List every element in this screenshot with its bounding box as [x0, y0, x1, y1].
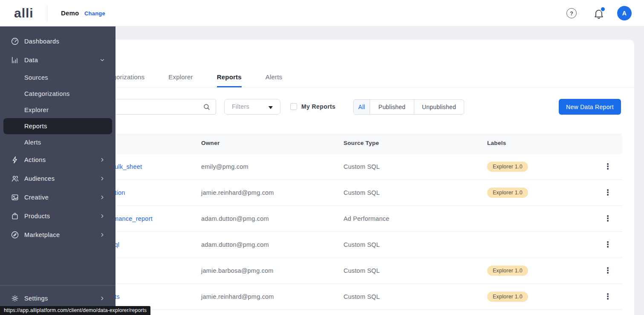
- tab-explorer[interactable]: Explorer: [168, 70, 193, 87]
- column-source-type: Source Type: [344, 140, 379, 146]
- report-label: Explorer 1.0: [487, 266, 528, 276]
- chevron-right-icon: [99, 194, 105, 200]
- report-label: Explorer 1.0: [487, 292, 528, 302]
- filters-label: Filters: [232, 103, 249, 110]
- lightning-icon: [11, 156, 19, 164]
- caret-down-icon: [269, 106, 273, 109]
- search-icon: [203, 103, 211, 111]
- my-reports-label: My Reports: [301, 103, 335, 110]
- chevron-right-icon: [99, 295, 105, 301]
- segment-published[interactable]: Published: [370, 100, 414, 114]
- notifications-button[interactable]: [593, 8, 605, 20]
- sidebar-item-products[interactable]: Products: [0, 207, 116, 225]
- gear-icon: [11, 294, 19, 303]
- compass-icon: [11, 231, 19, 239]
- my-reports-filter: My Reports: [290, 103, 335, 110]
- sidebar-spacer: [0, 244, 116, 285]
- sidebar-nav: Dashboards Data Sources Categorizations …: [0, 26, 116, 308]
- sidebar-item-categorizations[interactable]: Categorizations: [0, 86, 116, 102]
- row-menu-icon[interactable]: ⋮: [603, 267, 612, 275]
- sidebar-item-reports[interactable]: Reports: [3, 118, 112, 134]
- report-owner: adam.dutton@pmg.com: [201, 241, 269, 248]
- shopping-bag-icon: [11, 212, 19, 220]
- sidebar-item-label: Marketplace: [24, 231, 99, 238]
- sidebar-item-settings[interactable]: Settings: [0, 289, 116, 308]
- notification-badge: [600, 6, 606, 12]
- my-reports-checkbox[interactable]: [290, 103, 297, 110]
- tab-alerts[interactable]: Alerts: [266, 70, 283, 87]
- column-owner: Owner: [201, 140, 220, 146]
- report-owner: adam.dutton@pmg.com: [201, 215, 269, 222]
- row-menu-icon[interactable]: ⋮: [603, 163, 612, 171]
- sidebar-item-creative[interactable]: Creative: [0, 188, 116, 207]
- alli-logo: alli: [14, 6, 34, 20]
- segment-all[interactable]: All: [354, 100, 370, 114]
- sidebar-item-audiences[interactable]: Audiences: [0, 169, 116, 188]
- change-client-link[interactable]: Change: [84, 10, 105, 17]
- chevron-right-icon: [99, 232, 105, 238]
- sidebar-item-data[interactable]: Data: [0, 51, 116, 69]
- header-divider: [47, 5, 47, 22]
- label-chip: Explorer 1.0: [487, 162, 528, 172]
- sidebar-item-label: Data: [24, 57, 99, 64]
- segment-unpublished[interactable]: Unpublished: [414, 100, 464, 114]
- people-icon: [11, 174, 19, 183]
- sidebar-item-label: Settings: [24, 295, 99, 302]
- new-data-report-button[interactable]: New Data Report: [559, 99, 621, 115]
- report-source-type: Custom SQL: [344, 189, 380, 196]
- report-name-link[interactable]: rmance_report: [111, 215, 153, 222]
- publish-status-segmented: All Published Unpublished: [353, 99, 464, 115]
- sidebar-item-label: Dashboards: [24, 38, 105, 45]
- report-owner: jamie.reinhard@pmg.com: [201, 293, 274, 300]
- sidebar-item-alerts[interactable]: Alerts: [0, 134, 116, 150]
- help-icon[interactable]: ?: [566, 8, 577, 18]
- top-header: alli Demo Change ? A: [0, 0, 644, 26]
- row-menu-icon[interactable]: ⋮: [603, 189, 612, 197]
- sidebar-divider: [0, 285, 116, 286]
- report-source-type: Custom SQL: [344, 267, 380, 274]
- label-chip: Explorer 1.0: [487, 188, 528, 198]
- chevron-right-icon: [99, 213, 105, 219]
- gauge-icon: [11, 37, 19, 46]
- sidebar-item-label: Products: [24, 213, 99, 220]
- report-source-type: Custom SQL: [344, 293, 380, 300]
- image-icon: [11, 193, 19, 202]
- row-menu-icon[interactable]: ⋮: [603, 215, 612, 223]
- client-name: Demo: [61, 9, 79, 17]
- label-chip: Explorer 1.0: [487, 266, 528, 276]
- sidebar-item-dashboards[interactable]: Dashboards: [0, 32, 116, 51]
- row-menu-icon[interactable]: ⋮: [603, 293, 612, 301]
- column-labels: Labels: [487, 140, 506, 146]
- report-name-link[interactable]: bulk_sheet: [111, 163, 142, 170]
- report-source-type: Custom SQL: [344, 163, 380, 170]
- link-url-tooltip: https://app.alliplatform.com/client/demo…: [0, 306, 150, 315]
- sidebar-item-actions[interactable]: Actions: [0, 150, 116, 169]
- report-source-type: Custom SQL: [344, 241, 380, 248]
- report-source-type: Ad Performance: [344, 215, 390, 222]
- chevron-down-icon: [99, 57, 105, 63]
- filters-dropdown[interactable]: Filters: [224, 99, 280, 115]
- label-chip: Explorer 1.0: [487, 292, 528, 302]
- sidebar-item-explorer[interactable]: Explorer: [0, 102, 116, 118]
- report-label: Explorer 1.0: [487, 162, 528, 172]
- report-owner: emily@pmg.com: [201, 163, 248, 170]
- sidebar-item-label: Actions: [24, 156, 99, 163]
- chevron-right-icon: [99, 176, 105, 182]
- row-menu-icon[interactable]: ⋮: [603, 241, 612, 249]
- report-owner: jamie.reinhard@pmg.com: [201, 189, 274, 196]
- sidebar-item-marketplace[interactable]: Marketplace: [0, 225, 116, 244]
- sidebar-item-label: Audiences: [24, 175, 99, 182]
- tab-reports[interactable]: Reports: [217, 70, 242, 87]
- report-owner: jamie.barbosa@pmg.com: [201, 267, 274, 274]
- sidebar-item-sources[interactable]: Sources: [0, 69, 116, 86]
- avatar[interactable]: A: [617, 6, 632, 20]
- bar-chart-icon: [11, 56, 19, 64]
- report-label: Explorer 1.0: [487, 188, 528, 198]
- sidebar-item-label: Creative: [24, 194, 99, 201]
- chevron-right-icon: [99, 157, 105, 163]
